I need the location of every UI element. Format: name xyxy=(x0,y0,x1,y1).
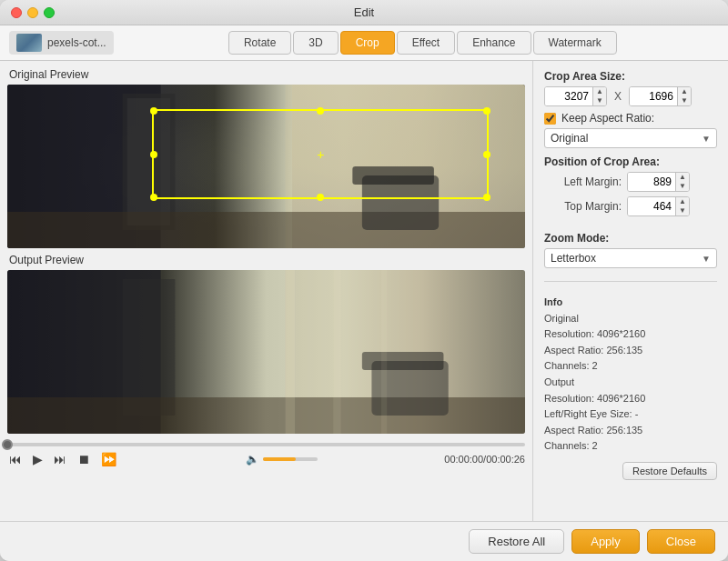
crop-handle-mr[interactable] xyxy=(483,151,490,158)
height-input[interactable]: 1696 xyxy=(630,87,677,105)
original-preview-image: + xyxy=(7,85,525,248)
maximize-button[interactable] xyxy=(44,7,55,18)
height-spin-arrows: ▲ ▼ xyxy=(677,87,691,105)
info-output-aspect: Aspect Ratio: 256:135 xyxy=(544,423,717,439)
progress-bar[interactable] xyxy=(7,443,525,446)
info-original-label: Original xyxy=(544,311,717,327)
file-name: pexels-cot... xyxy=(47,36,106,49)
left-margin-row: Left Margin: 889 ▲ ▼ xyxy=(544,172,717,192)
info-section: Info Original Resolution: 4096*2160 Aspe… xyxy=(544,295,717,455)
left-margin-input-group: 889 ▲ ▼ xyxy=(627,172,690,192)
keep-aspect-row: Keep Aspect Ratio: xyxy=(544,112,717,125)
zoom-section: Zoom Mode: Letterbox ▼ xyxy=(544,232,717,268)
left-margin-down[interactable]: ▼ xyxy=(676,182,689,191)
crop-area-size-label: Crop Area Size: xyxy=(544,70,717,83)
left-margin-input[interactable]: 889 xyxy=(628,173,675,191)
tab-watermark[interactable]: Watermark xyxy=(533,31,617,55)
crop-size-row: 3207 ▲ ▼ X 1696 ▲ ▼ xyxy=(544,86,717,106)
stop-button[interactable]: ⏹ xyxy=(76,450,92,468)
zoom-mode-label: Zoom Mode: xyxy=(544,232,717,245)
x-separator: X xyxy=(614,90,622,103)
position-section: Position of Crop Area: Left Margin: 889 … xyxy=(544,155,717,221)
volume-slider[interactable] xyxy=(263,457,318,461)
info-output-eye-size: Left/Right Eye Size: - xyxy=(544,406,717,423)
crop-center: + xyxy=(317,147,324,162)
controls-row: ⏮ ▶ ⏭ ⏹ ⏩ 🔈 00:00:00/00:00:26 xyxy=(7,450,525,468)
crop-box[interactable]: + xyxy=(152,109,489,199)
file-thumbnail: pexels-cot... xyxy=(9,31,114,55)
tab-crop[interactable]: Crop xyxy=(340,31,395,55)
aspect-ratio-dropdown-container: Original ▼ xyxy=(544,128,717,148)
time-display: 00:00:00/00:00:26 xyxy=(444,454,525,465)
zoom-mode-dropdown[interactable]: Letterbox ▼ xyxy=(544,248,717,268)
svg-rect-14 xyxy=(333,270,340,434)
width-up-arrow[interactable]: ▲ xyxy=(593,87,606,96)
bottom-bar: Restore All Apply Close xyxy=(0,521,728,561)
aspect-ratio-value: Original xyxy=(551,132,588,145)
info-original-resolution: Resolution: 4096*2160 xyxy=(544,326,717,343)
svg-rect-15 xyxy=(381,270,387,434)
volume-fill xyxy=(263,457,296,461)
skip-back-button[interactable]: ⏮ xyxy=(7,450,24,468)
top-margin-spin-arrows: ▲ ▼ xyxy=(675,197,689,215)
restore-defaults-button[interactable]: Restore Defaults xyxy=(622,462,717,480)
zoom-mode-chevron: ▼ xyxy=(702,254,711,264)
apply-button[interactable]: Apply xyxy=(571,529,640,554)
minimize-button[interactable] xyxy=(27,7,38,18)
close-button[interactable] xyxy=(11,7,22,18)
restore-all-button[interactable]: Restore All xyxy=(469,529,564,554)
crop-handle-tc[interactable] xyxy=(317,107,324,115)
info-original-aspect: Aspect Ratio: 256:135 xyxy=(544,343,717,359)
left-margin-label: Left Margin: xyxy=(544,175,622,188)
tab-enhance[interactable]: Enhance xyxy=(457,31,531,55)
close-button[interactable]: Close xyxy=(647,529,715,554)
left-margin-spin-arrows: ▲ ▼ xyxy=(675,173,689,191)
width-spin-arrows: ▲ ▼ xyxy=(592,87,606,105)
tab-3d[interactable]: 3D xyxy=(293,31,338,55)
separator xyxy=(544,281,717,282)
next-frame-button[interactable]: ⏩ xyxy=(99,450,118,468)
svg-rect-13 xyxy=(286,270,296,434)
keep-aspect-checkbox[interactable] xyxy=(544,113,556,125)
svg-rect-4 xyxy=(7,212,525,248)
top-margin-down[interactable]: ▼ xyxy=(676,206,689,215)
aspect-ratio-chevron: ▼ xyxy=(702,134,711,144)
top-margin-label: Top Margin: xyxy=(544,200,622,213)
tab-rotate[interactable]: Rotate xyxy=(228,31,291,55)
top-margin-input[interactable]: 464 xyxy=(628,197,675,215)
tab-bar: Rotate 3D Crop Effect Enhance Watermark xyxy=(126,31,719,55)
crop-handle-tl[interactable] xyxy=(150,107,157,115)
main-window: Edit pexels-cot... Rotate 3D Crop Effect… xyxy=(0,0,728,561)
position-label: Position of Crop Area: xyxy=(544,155,717,168)
width-input[interactable]: 3207 xyxy=(545,87,592,105)
crop-handle-ml[interactable] xyxy=(150,151,157,158)
playback-bar: ⏮ ▶ ⏭ ⏹ ⏩ 🔈 00:00:00/00:00:26 xyxy=(7,439,525,472)
volume-icon: 🔈 xyxy=(246,453,259,466)
skip-forward-button[interactable]: ⏭ xyxy=(52,450,68,468)
crop-area-size-section: Crop Area Size: 3207 ▲ ▼ X 1696 ▲ xyxy=(544,70,717,148)
transport-controls: ⏮ ▶ ⏭ ⏹ ⏩ xyxy=(7,450,118,468)
original-preview-label: Original Preview xyxy=(7,68,525,81)
tab-effect[interactable]: Effect xyxy=(397,31,455,55)
progress-knob[interactable] xyxy=(2,439,13,450)
info-output-channels: Channels: 2 xyxy=(544,438,717,455)
height-up-arrow[interactable]: ▲ xyxy=(678,87,691,96)
top-margin-up[interactable]: ▲ xyxy=(676,197,689,206)
zoom-mode-value: Letterbox xyxy=(551,252,596,265)
main-content: Original Preview xyxy=(0,61,728,521)
title-bar: Edit xyxy=(0,0,728,25)
height-down-arrow[interactable]: ▼ xyxy=(678,96,691,105)
svg-rect-8 xyxy=(122,279,175,416)
height-input-group: 1696 ▲ ▼ xyxy=(629,86,692,106)
aspect-ratio-dropdown[interactable]: Original ▼ xyxy=(544,128,717,148)
play-button[interactable]: ▶ xyxy=(31,450,45,468)
left-margin-up[interactable]: ▲ xyxy=(676,173,689,182)
width-down-arrow[interactable]: ▼ xyxy=(593,96,606,105)
info-original-channels: Channels: 2 xyxy=(544,358,717,375)
right-panel: Crop Area Size: 3207 ▲ ▼ X 1696 ▲ xyxy=(532,61,728,521)
traffic-lights xyxy=(11,7,55,18)
svg-rect-12 xyxy=(362,352,444,370)
file-icon xyxy=(16,34,42,52)
output-preview-section: Output Preview xyxy=(7,254,525,434)
info-output-resolution: Resolution: 4096*2160 xyxy=(544,391,717,407)
